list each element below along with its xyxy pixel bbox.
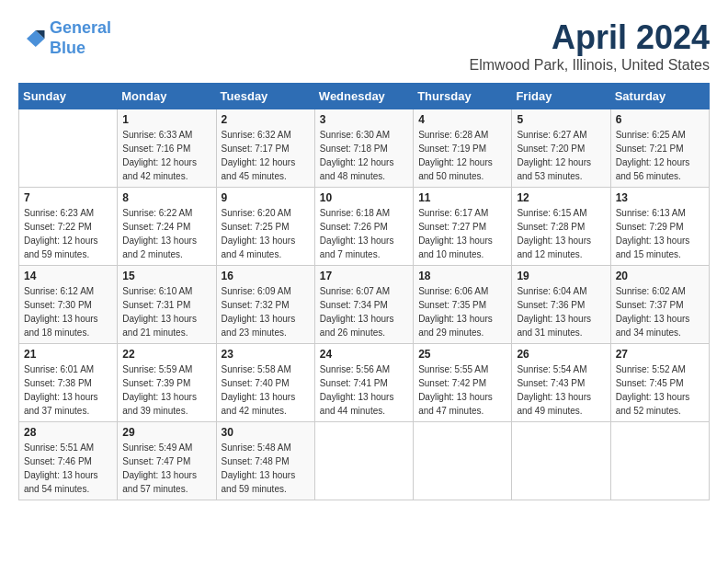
calendar-cell	[610, 422, 709, 500]
day-number: 15	[122, 270, 210, 282]
day-number: 1	[122, 113, 210, 126]
day-number: 27	[616, 348, 704, 361]
day-number: 28	[24, 426, 112, 439]
calendar-cell: 17 Sunrise: 6:07 AMSunset: 7:34 PMDaylig…	[314, 266, 413, 344]
day-info: Sunrise: 5:55 AMSunset: 7:42 PMDaylight:…	[418, 362, 506, 418]
week-row-5: 28 Sunrise: 5:51 AMSunset: 7:46 PMDaylig…	[19, 422, 710, 500]
day-number: 18	[418, 270, 506, 282]
calendar-cell	[414, 422, 512, 500]
day-number: 14	[24, 270, 112, 282]
day-info: Sunrise: 6:22 AMSunset: 7:24 PMDaylight:…	[122, 206, 210, 261]
calendar-cell: 12 Sunrise: 6:15 AMSunset: 7:28 PMDaylig…	[512, 188, 610, 266]
day-info: Sunrise: 5:48 AMSunset: 7:48 PMDaylight:…	[222, 441, 310, 496]
day-info: Sunrise: 6:27 AMSunset: 7:20 PMDaylight:…	[517, 128, 605, 183]
day-info: Sunrise: 6:33 AMSunset: 7:16 PMDaylight:…	[122, 128, 210, 183]
calendar-cell: 2 Sunrise: 6:32 AMSunset: 7:17 PMDayligh…	[216, 109, 314, 188]
day-info: Sunrise: 6:12 AMSunset: 7:30 PMDaylight:…	[24, 284, 112, 339]
week-row-3: 14 Sunrise: 6:12 AMSunset: 7:30 PMDaylig…	[19, 266, 710, 344]
day-info: Sunrise: 6:23 AMSunset: 7:22 PMDaylight:…	[24, 206, 112, 261]
day-info: Sunrise: 5:59 AMSunset: 7:39 PMDaylight:…	[122, 362, 210, 418]
day-info: Sunrise: 6:02 AMSunset: 7:37 PMDaylight:…	[616, 284, 704, 339]
header-day-thursday: Thursday	[414, 84, 512, 109]
day-number: 3	[320, 113, 408, 126]
calendar-cell: 18 Sunrise: 6:06 AMSunset: 7:35 PMDaylig…	[414, 266, 512, 344]
day-number: 10	[320, 191, 408, 204]
week-row-1: 1 Sunrise: 6:33 AMSunset: 7:16 PMDayligh…	[19, 109, 710, 188]
calendar-cell	[19, 109, 118, 188]
day-number: 2	[222, 113, 310, 126]
calendar-cell: 21 Sunrise: 6:01 AMSunset: 7:38 PMDaylig…	[19, 344, 118, 422]
header-day-friday: Friday	[512, 84, 610, 109]
day-info: Sunrise: 6:04 AMSunset: 7:36 PMDaylight:…	[517, 284, 605, 339]
header-day-saturday: Saturday	[610, 84, 709, 109]
day-info: Sunrise: 5:54 AMSunset: 7:43 PMDaylight:…	[517, 362, 605, 418]
calendar-cell: 6 Sunrise: 6:25 AMSunset: 7:21 PMDayligh…	[610, 109, 709, 188]
day-number: 11	[418, 191, 506, 204]
day-info: Sunrise: 5:58 AMSunset: 7:40 PMDaylight:…	[222, 362, 310, 418]
day-info: Sunrise: 6:30 AMSunset: 7:18 PMDaylight:…	[320, 128, 408, 183]
calendar-cell	[512, 422, 610, 500]
calendar-cell: 19 Sunrise: 6:04 AMSunset: 7:36 PMDaylig…	[512, 266, 610, 344]
title-section: April 2024 Elmwood Park, Illinois, Unite…	[470, 18, 710, 74]
day-info: Sunrise: 5:52 AMSunset: 7:45 PMDaylight:…	[616, 362, 704, 418]
header-day-monday: Monday	[118, 84, 216, 109]
day-info: Sunrise: 6:10 AMSunset: 7:31 PMDaylight:…	[122, 284, 210, 339]
day-info: Sunrise: 6:01 AMSunset: 7:38 PMDaylight:…	[24, 362, 112, 418]
calendar-cell: 3 Sunrise: 6:30 AMSunset: 7:18 PMDayligh…	[314, 109, 413, 188]
calendar-subtitle: Elmwood Park, Illinois, United States	[470, 57, 710, 74]
calendar-cell	[314, 422, 413, 500]
calendar-cell: 28 Sunrise: 5:51 AMSunset: 7:46 PMDaylig…	[19, 422, 118, 500]
week-row-2: 7 Sunrise: 6:23 AMSunset: 7:22 PMDayligh…	[19, 188, 710, 266]
day-info: Sunrise: 6:18 AMSunset: 7:26 PMDaylight:…	[320, 206, 408, 261]
day-info: Sunrise: 6:17 AMSunset: 7:27 PMDaylight:…	[418, 206, 506, 261]
day-number: 19	[517, 270, 605, 282]
calendar-cell: 26 Sunrise: 5:54 AMSunset: 7:43 PMDaylig…	[512, 344, 610, 422]
day-info: Sunrise: 6:25 AMSunset: 7:21 PMDaylight:…	[616, 128, 704, 183]
calendar-cell: 16 Sunrise: 6:09 AMSunset: 7:32 PMDaylig…	[216, 266, 314, 344]
header-day-wednesday: Wednesday	[314, 84, 413, 109]
calendar-cell: 10 Sunrise: 6:18 AMSunset: 7:26 PMDaylig…	[314, 188, 413, 266]
day-number: 20	[616, 270, 704, 282]
day-number: 8	[122, 191, 210, 204]
calendar-cell: 27 Sunrise: 5:52 AMSunset: 7:45 PMDaylig…	[610, 344, 709, 422]
day-number: 4	[418, 113, 506, 126]
day-number: 5	[517, 113, 605, 126]
calendar-cell: 4 Sunrise: 6:28 AMSunset: 7:19 PMDayligh…	[414, 109, 512, 188]
day-info: Sunrise: 6:15 AMSunset: 7:28 PMDaylight:…	[517, 206, 605, 261]
calendar-cell: 30 Sunrise: 5:48 AMSunset: 7:48 PMDaylig…	[216, 422, 314, 500]
calendar-cell: 25 Sunrise: 5:55 AMSunset: 7:42 PMDaylig…	[414, 344, 512, 422]
calendar-cell: 14 Sunrise: 6:12 AMSunset: 7:30 PMDaylig…	[19, 266, 118, 344]
day-number: 9	[222, 191, 310, 204]
day-number: 17	[320, 270, 408, 282]
day-number: 30	[222, 426, 310, 439]
day-number: 29	[122, 426, 210, 439]
day-info: Sunrise: 6:07 AMSunset: 7:34 PMDaylight:…	[320, 284, 408, 339]
day-info: Sunrise: 6:20 AMSunset: 7:25 PMDaylight:…	[222, 206, 310, 261]
header-row: SundayMondayTuesdayWednesdayThursdayFrid…	[19, 84, 710, 109]
day-number: 21	[24, 348, 112, 361]
calendar-cell: 7 Sunrise: 6:23 AMSunset: 7:22 PMDayligh…	[19, 188, 118, 266]
calendar-title: April 2024	[470, 18, 710, 57]
calendar-cell: 29 Sunrise: 5:49 AMSunset: 7:47 PMDaylig…	[118, 422, 216, 500]
day-number: 26	[517, 348, 605, 361]
day-info: Sunrise: 6:09 AMSunset: 7:32 PMDaylight:…	[222, 284, 310, 339]
header: General Blue April 2024 Elmwood Park, Il…	[18, 18, 710, 74]
calendar-cell: 22 Sunrise: 5:59 AMSunset: 7:39 PMDaylig…	[118, 344, 216, 422]
calendar-cell: 5 Sunrise: 6:27 AMSunset: 7:20 PMDayligh…	[512, 109, 610, 188]
day-number: 7	[24, 191, 112, 204]
day-info: Sunrise: 6:13 AMSunset: 7:29 PMDaylight:…	[616, 206, 704, 261]
day-info: Sunrise: 6:06 AMSunset: 7:35 PMDaylight:…	[418, 284, 506, 339]
logo-icon	[18, 25, 46, 52]
calendar-cell: 23 Sunrise: 5:58 AMSunset: 7:40 PMDaylig…	[216, 344, 314, 422]
day-number: 16	[222, 270, 310, 282]
day-info: Sunrise: 5:51 AMSunset: 7:46 PMDaylight:…	[24, 441, 112, 496]
calendar-cell: 9 Sunrise: 6:20 AMSunset: 7:25 PMDayligh…	[216, 188, 314, 266]
header-day-tuesday: Tuesday	[216, 84, 314, 109]
logo: General Blue	[18, 18, 111, 58]
calendar-cell: 11 Sunrise: 6:17 AMSunset: 7:27 PMDaylig…	[414, 188, 512, 266]
day-number: 25	[418, 348, 506, 361]
day-number: 22	[122, 348, 210, 361]
calendar-cell: 1 Sunrise: 6:33 AMSunset: 7:16 PMDayligh…	[118, 109, 216, 188]
calendar-cell: 24 Sunrise: 5:56 AMSunset: 7:41 PMDaylig…	[314, 344, 413, 422]
day-info: Sunrise: 5:56 AMSunset: 7:41 PMDaylight:…	[320, 362, 408, 418]
